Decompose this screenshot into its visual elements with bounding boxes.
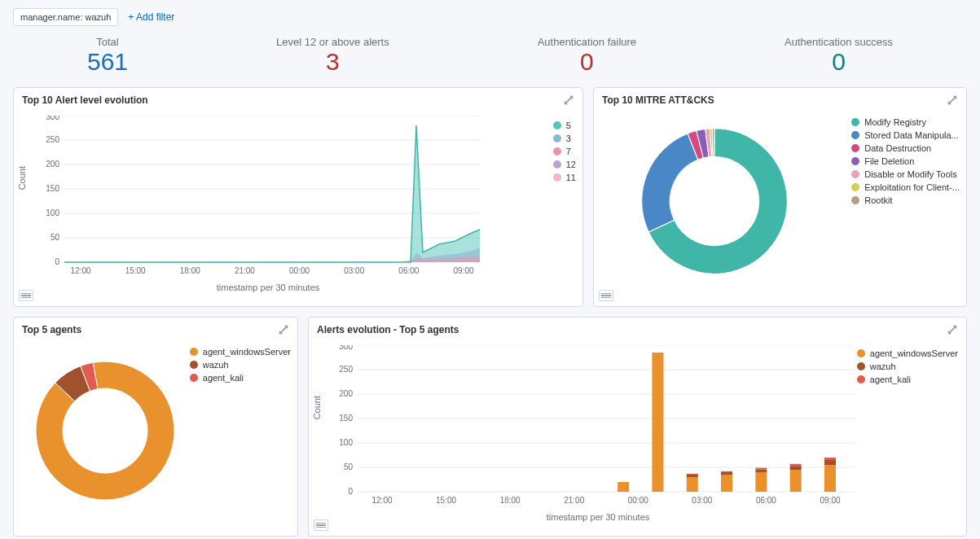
svg-rect-50 <box>721 472 732 475</box>
legend-label: Disable or Modify Tools <box>864 169 957 179</box>
svg-rect-45 <box>652 353 663 492</box>
expand-icon[interactable] <box>278 324 289 335</box>
svg-text:150: 150 <box>339 414 353 423</box>
svg-text:300: 300 <box>339 345 353 351</box>
legend-label: Rootkit <box>864 195 892 205</box>
filter-pill-manager[interactable]: manager.name: wazuh <box>13 8 118 26</box>
legend-label: wazuh <box>870 362 896 371</box>
svg-rect-48 <box>687 474 698 475</box>
svg-text:21:00: 21:00 <box>235 266 255 275</box>
legend-label: agent_kali <box>203 373 244 383</box>
legend-item[interactable]: 11 <box>553 173 576 182</box>
stat-value: 3 <box>276 50 389 74</box>
legend: agent_windowsServerwazuhagent_kali <box>190 347 291 386</box>
legend-label: 12 <box>566 160 576 169</box>
svg-text:00:00: 00:00 <box>289 266 310 275</box>
legend-item[interactable]: agent_windowsServer <box>857 348 958 358</box>
svg-rect-59 <box>824 460 836 465</box>
legend-item[interactable]: agent_kali <box>190 373 291 383</box>
legend-swatch-icon <box>190 348 198 356</box>
legend-swatch-icon <box>857 349 865 357</box>
svg-text:21:00: 21:00 <box>564 496 584 505</box>
legend-label: 5 <box>566 121 571 130</box>
legend-swatch-icon <box>553 160 561 169</box>
stat-level12: Level 12 or above alerts 3 <box>276 36 389 74</box>
y-axis-label: Count <box>312 396 322 419</box>
legend-label: 3 <box>566 134 571 143</box>
svg-text:18:00: 18:00 <box>180 266 200 275</box>
svg-text:50: 50 <box>51 233 60 242</box>
panel-title: Alerts evolution - Top 5 agents <box>317 324 459 335</box>
legend-item[interactable]: wazuh <box>190 360 291 370</box>
alert-evolution-chart: 0 50 100 150 200 250 300 12:0015:0018:00… <box>40 116 496 278</box>
panel-title: Top 10 MITRE ATT&CKS <box>602 94 714 106</box>
legend-swatch-icon <box>851 183 859 191</box>
legend-item[interactable]: wazuh <box>857 362 958 371</box>
svg-rect-60 <box>824 458 836 460</box>
legend-item[interactable]: 12 <box>553 160 576 169</box>
svg-text:00:00: 00:00 <box>628 496 648 505</box>
panel-alerts-top5: Alerts evolution - Top 5 agents Count 0 … <box>308 317 967 537</box>
stat-authfail: Authentication failure 0 <box>538 36 636 74</box>
legend-swatch-icon <box>553 147 561 156</box>
svg-text:100: 100 <box>339 438 353 447</box>
svg-rect-44 <box>617 482 629 492</box>
svg-text:0: 0 <box>348 487 353 496</box>
legend-item[interactable]: 3 <box>553 134 576 143</box>
legend-swatch-icon <box>851 118 859 126</box>
legend-swatch-icon <box>851 196 859 204</box>
legend-swatch-icon <box>857 375 865 383</box>
svg-rect-54 <box>755 468 767 470</box>
legend-label: Data Destruction <box>864 143 931 153</box>
y-axis-label: Count <box>17 166 27 190</box>
add-filter-button[interactable]: + Add filter <box>121 8 181 26</box>
svg-text:150: 150 <box>46 184 59 193</box>
svg-rect-52 <box>755 472 767 492</box>
svg-text:0: 0 <box>55 257 59 266</box>
legend-swatch-icon <box>851 157 859 165</box>
svg-text:250: 250 <box>339 365 353 374</box>
svg-rect-57 <box>790 464 802 466</box>
panel-row-1: Top 10 Alert level evolution Count 0 50 … <box>13 87 967 307</box>
legend-swatch-icon <box>851 170 859 178</box>
panel-top5-agents: Top 5 agents agent_windowsServerwazuhage… <box>13 317 298 537</box>
legend-item[interactable]: 7 <box>553 147 576 156</box>
legend-swatch-icon <box>553 173 561 182</box>
svg-rect-47 <box>687 475 698 477</box>
panel-menu-icon[interactable] <box>19 290 33 301</box>
alerts-top5-bar-chart: 0 50 100 150 200 250 300 12:0015:0018:00… <box>333 345 863 508</box>
panel-alert-evolution: Top 10 Alert level evolution Count 0 50 … <box>13 87 583 307</box>
legend-item[interactable]: agent_kali <box>857 375 958 384</box>
panel-menu-icon[interactable] <box>599 290 613 301</box>
legend-item[interactable]: Rootkit <box>851 195 960 205</box>
x-axis-label: timestamp per 30 minutes <box>333 512 863 522</box>
svg-text:15:00: 15:00 <box>436 496 456 505</box>
expand-icon[interactable] <box>947 94 958 106</box>
svg-rect-53 <box>755 469 767 472</box>
legend-item[interactable]: Exploitation for Client-... <box>851 182 960 192</box>
legend-item[interactable]: File Deletion <box>851 156 960 166</box>
legend-item[interactable]: Data Destruction <box>851 143 960 153</box>
stat-label: Authentication success <box>784 36 893 48</box>
legend-swatch-icon <box>553 121 561 129</box>
legend-item[interactable]: Stored Data Manipula... <box>851 130 960 140</box>
svg-text:200: 200 <box>339 389 353 398</box>
stat-label: Authentication failure <box>538 36 636 48</box>
legend-swatch-icon <box>851 131 859 139</box>
svg-text:200: 200 <box>46 160 59 169</box>
svg-rect-49 <box>721 475 732 492</box>
panel-menu-icon[interactable] <box>314 519 328 531</box>
svg-text:09:00: 09:00 <box>820 496 840 505</box>
legend-label: Exploitation for Client-... <box>864 182 960 192</box>
legend-item[interactable]: 5 <box>553 121 576 130</box>
legend-item[interactable]: agent_windowsServer <box>190 347 291 357</box>
expand-icon[interactable] <box>563 94 574 106</box>
stats-row: Total 561 Level 12 or above alerts 3 Aut… <box>13 36 967 74</box>
expand-icon[interactable] <box>947 324 958 335</box>
legend-swatch-icon <box>851 144 859 152</box>
svg-rect-51 <box>721 471 732 472</box>
svg-rect-58 <box>824 465 836 492</box>
legend-item[interactable]: Disable or Modify Tools <box>851 169 960 179</box>
stat-authsucc: Authentication success 0 <box>784 36 893 74</box>
legend-item[interactable]: Modify Registry <box>851 117 960 127</box>
